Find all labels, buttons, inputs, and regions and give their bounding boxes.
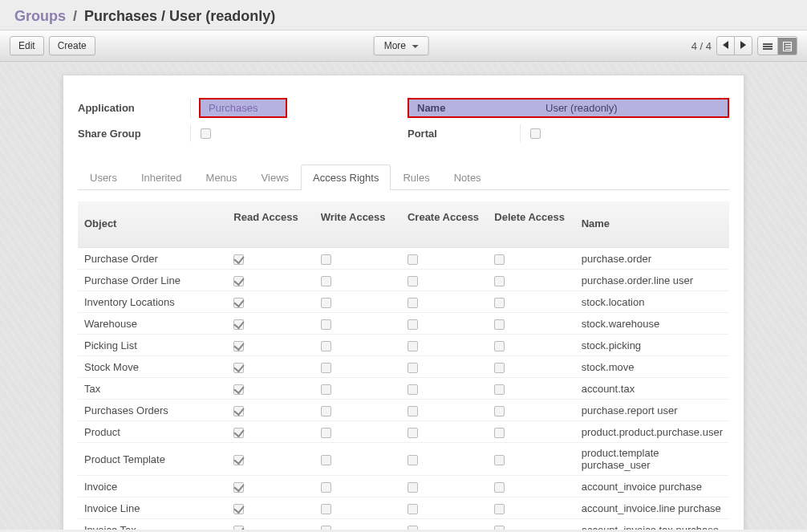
r-checkbox[interactable] [233,363,244,373]
cell-name: stock.move [575,356,729,378]
d-checkbox[interactable] [494,406,505,416]
c-checkbox[interactable] [408,319,418,330]
table-row[interactable]: Taxaccount.tax [78,378,729,400]
c-checkbox[interactable] [408,526,418,530]
r-checkbox[interactable] [233,341,244,351]
edit-button[interactable]: Edit [10,36,44,55]
c-checkbox[interactable] [408,406,418,416]
table-row[interactable]: Product Templateproduct.template purchas… [78,443,729,476]
col-delete: Delete Access [488,201,574,248]
cell-w [314,356,401,378]
r-checkbox[interactable] [233,482,244,493]
r-checkbox[interactable] [233,526,244,530]
d-checkbox[interactable] [494,319,505,330]
w-checkbox[interactable] [321,482,331,493]
table-row[interactable]: Stock Movestock.move [78,356,729,378]
application-value[interactable]: Purchases [209,102,258,114]
table-row[interactable]: Invoice Taxaccount_invoice.tax purchase [78,519,729,530]
breadcrumb-current: Purchases / User (readonly) [84,8,275,24]
w-checkbox[interactable] [321,406,331,416]
w-checkbox[interactable] [321,455,331,465]
tab-access-rights[interactable]: Access Rights [301,164,391,190]
r-checkbox[interactable] [233,455,244,465]
w-checkbox[interactable] [321,428,331,438]
d-checkbox[interactable] [494,254,505,265]
table-row[interactable]: Productproduct.product.purchase.user [78,421,729,443]
table-row[interactable]: Warehousestock.warehouse [78,313,729,335]
d-checkbox[interactable] [494,455,505,465]
w-checkbox[interactable] [321,504,331,514]
form-area: Application Purchases Share Group [0,62,807,530]
breadcrumb: Groups / Purchases / User (readonly) [0,0,807,30]
c-checkbox[interactable] [408,504,418,514]
d-checkbox[interactable] [494,341,505,351]
table-row[interactable]: Picking Liststock.picking [78,335,729,356]
c-checkbox[interactable] [408,276,418,286]
c-checkbox[interactable] [408,341,418,351]
c-checkbox[interactable] [408,455,418,465]
cell-object: Tax [78,378,227,400]
tab-users[interactable]: Users [78,164,129,190]
d-checkbox[interactable] [494,298,505,308]
r-checkbox[interactable] [233,276,244,286]
w-checkbox[interactable] [321,298,331,308]
d-checkbox[interactable] [494,526,505,530]
c-checkbox[interactable] [408,298,418,308]
name-highlight: Name User (readonly) [408,98,729,118]
r-checkbox[interactable] [233,319,244,330]
tab-rules[interactable]: Rules [391,164,441,190]
w-checkbox[interactable] [321,526,331,530]
table-row[interactable]: Purchases Orderspurchase.report user [78,400,729,421]
w-checkbox[interactable] [321,384,331,395]
d-checkbox[interactable] [494,363,505,373]
create-button[interactable]: Create [49,36,95,55]
more-dropdown[interactable]: More [374,36,429,55]
r-checkbox[interactable] [233,428,244,438]
c-checkbox[interactable] [408,384,418,395]
share-group-checkbox[interactable] [201,128,211,139]
table-row[interactable]: Inventory Locationsstock.location [78,291,729,313]
r-checkbox[interactable] [233,298,244,308]
r-checkbox[interactable] [233,384,244,395]
tab-views[interactable]: Views [249,164,301,190]
tab-inherited[interactable]: Inherited [129,164,194,190]
r-checkbox[interactable] [233,406,244,416]
w-checkbox[interactable] [321,363,331,373]
w-checkbox[interactable] [321,254,331,265]
c-checkbox[interactable] [408,428,418,438]
r-checkbox[interactable] [233,254,244,265]
c-checkbox[interactable] [408,254,418,265]
name-value: User (readonly) [545,102,618,114]
c-checkbox[interactable] [408,482,418,493]
col-write: Write Access [314,201,401,248]
d-checkbox[interactable] [494,384,505,395]
breadcrumb-root[interactable]: Groups [14,8,66,24]
d-checkbox[interactable] [494,428,505,438]
list-view-button[interactable] [757,36,778,55]
w-checkbox[interactable] [321,319,331,330]
d-checkbox[interactable] [494,276,505,286]
portal-checkbox[interactable] [530,128,541,139]
cell-name: product.product.purchase.user [575,421,729,443]
tab-menus[interactable]: Menus [194,164,249,190]
form-view-button[interactable] [777,36,797,55]
table-row[interactable]: Purchase Orderpurchase.order [78,248,729,270]
cell-name: stock.location [575,291,729,313]
table-row[interactable]: Invoiceaccount_invoice purchase [78,476,729,497]
table-row[interactable]: Purchase Order Linepurchase.order.line u… [78,270,729,291]
w-checkbox[interactable] [321,341,331,351]
d-checkbox[interactable] [494,482,505,493]
tab-notes[interactable]: Notes [442,164,493,190]
view-switch [757,36,797,55]
cell-d [488,335,574,356]
next-button[interactable] [734,36,752,55]
cell-d [488,421,574,443]
prev-button[interactable] [716,36,735,55]
r-checkbox[interactable] [233,504,244,514]
d-checkbox[interactable] [494,504,505,514]
c-checkbox[interactable] [408,363,418,373]
cell-w [314,248,401,270]
w-checkbox[interactable] [321,276,331,286]
table-row[interactable]: Invoice Lineaccount_invoice.line purchas… [78,497,729,519]
cell-w [314,421,401,443]
